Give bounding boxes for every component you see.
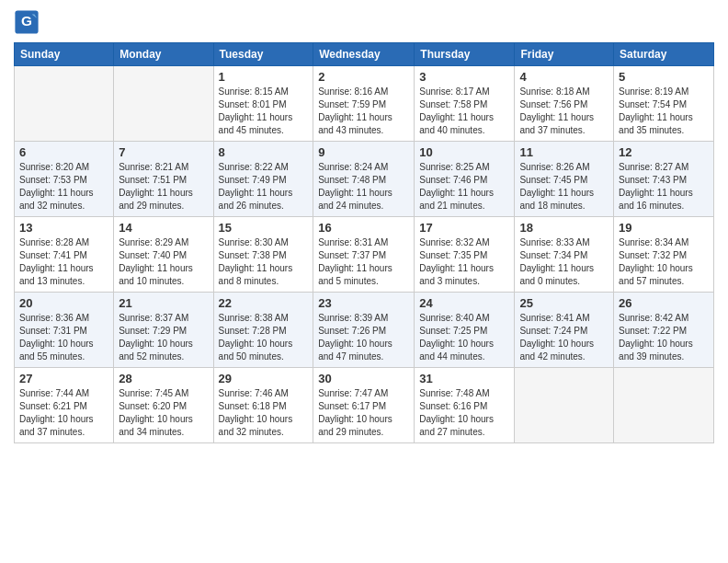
calendar-cell: 11Sunrise: 8:26 AMSunset: 7:45 PMDayligh… <box>515 142 614 217</box>
calendar-cell: 1Sunrise: 8:15 AMSunset: 8:01 PMDaylight… <box>213 66 313 142</box>
day-info: Sunrise: 8:34 AMSunset: 7:32 PMDaylight:… <box>619 236 709 288</box>
day-info: Sunrise: 7:44 AMSunset: 6:21 PMDaylight:… <box>19 387 108 439</box>
day-info: Sunrise: 8:33 AMSunset: 7:34 PMDaylight:… <box>519 236 609 288</box>
logo: G <box>14 9 43 35</box>
calendar-cell: 16Sunrise: 8:31 AMSunset: 7:37 PMDayligh… <box>313 217 415 293</box>
svg-text:G: G <box>21 13 32 29</box>
day-info: Sunrise: 7:48 AMSunset: 6:16 PMDaylight:… <box>419 387 509 439</box>
day-info: Sunrise: 8:24 AMSunset: 7:48 PMDaylight:… <box>318 161 409 213</box>
calendar-cell: 3Sunrise: 8:17 AMSunset: 7:58 PMDaylight… <box>415 66 515 142</box>
calendar-cell: 26Sunrise: 8:42 AMSunset: 7:22 PMDayligh… <box>614 293 714 368</box>
day-info: Sunrise: 8:41 AMSunset: 7:24 PMDaylight:… <box>519 312 609 363</box>
day-number: 30 <box>318 372 409 385</box>
week-row-2: 6Sunrise: 8:20 AMSunset: 7:53 PMDaylight… <box>15 142 714 217</box>
day-number: 9 <box>318 145 409 159</box>
calendar-cell <box>614 368 714 443</box>
day-header-tuesday: Tuesday <box>213 43 313 66</box>
calendar-cell: 15Sunrise: 8:30 AMSunset: 7:38 PMDayligh… <box>213 217 313 293</box>
day-header-monday: Monday <box>114 43 213 66</box>
day-info: Sunrise: 8:37 AMSunset: 7:29 PMDaylight:… <box>119 312 208 363</box>
day-info: Sunrise: 8:20 AMSunset: 7:53 PMDaylight:… <box>19 161 108 213</box>
day-number: 14 <box>119 221 208 235</box>
day-info: Sunrise: 8:15 AMSunset: 8:01 PMDaylight:… <box>219 86 309 137</box>
day-info: Sunrise: 7:47 AMSunset: 6:17 PMDaylight:… <box>318 387 409 439</box>
calendar-cell: 18Sunrise: 8:33 AMSunset: 7:34 PMDayligh… <box>515 217 614 293</box>
day-number: 22 <box>219 296 309 310</box>
calendar-cell: 22Sunrise: 8:38 AMSunset: 7:28 PMDayligh… <box>213 293 313 368</box>
header-row: SundayMondayTuesdayWednesdayThursdayFrid… <box>15 43 714 66</box>
day-header-sunday: Sunday <box>15 43 114 66</box>
day-number: 7 <box>119 145 208 159</box>
day-number: 15 <box>219 221 309 235</box>
calendar-cell: 31Sunrise: 7:48 AMSunset: 6:16 PMDayligh… <box>415 368 515 443</box>
calendar-cell: 24Sunrise: 8:40 AMSunset: 7:25 PMDayligh… <box>415 293 515 368</box>
day-number: 21 <box>119 296 208 310</box>
day-number: 6 <box>19 145 108 159</box>
calendar-cell: 21Sunrise: 8:37 AMSunset: 7:29 PMDayligh… <box>114 293 213 368</box>
calendar-cell: 30Sunrise: 7:47 AMSunset: 6:17 PMDayligh… <box>313 368 415 443</box>
calendar-cell: 17Sunrise: 8:32 AMSunset: 7:35 PMDayligh… <box>415 217 515 293</box>
day-info: Sunrise: 8:32 AMSunset: 7:35 PMDaylight:… <box>419 236 509 288</box>
day-number: 17 <box>419 221 509 235</box>
day-info: Sunrise: 8:22 AMSunset: 7:49 PMDaylight:… <box>219 161 309 213</box>
calendar-cell: 20Sunrise: 8:36 AMSunset: 7:31 PMDayligh… <box>15 293 114 368</box>
day-number: 1 <box>219 70 309 84</box>
week-row-4: 20Sunrise: 8:36 AMSunset: 7:31 PMDayligh… <box>15 293 714 368</box>
calendar-cell: 23Sunrise: 8:39 AMSunset: 7:26 PMDayligh… <box>313 293 415 368</box>
day-info: Sunrise: 8:25 AMSunset: 7:46 PMDaylight:… <box>419 161 509 213</box>
day-header-saturday: Saturday <box>614 43 714 66</box>
day-number: 3 <box>419 70 509 84</box>
day-info: Sunrise: 8:29 AMSunset: 7:40 PMDaylight:… <box>119 236 208 288</box>
calendar-cell: 27Sunrise: 7:44 AMSunset: 6:21 PMDayligh… <box>15 368 114 443</box>
day-number: 4 <box>519 70 609 84</box>
day-info: Sunrise: 8:40 AMSunset: 7:25 PMDaylight:… <box>419 312 509 363</box>
day-info: Sunrise: 8:28 AMSunset: 7:41 PMDaylight:… <box>19 236 108 288</box>
day-number: 16 <box>318 221 409 235</box>
day-number: 27 <box>19 372 108 385</box>
calendar-cell: 14Sunrise: 8:29 AMSunset: 7:40 PMDayligh… <box>114 217 213 293</box>
day-info: Sunrise: 8:26 AMSunset: 7:45 PMDaylight:… <box>519 161 609 213</box>
calendar-cell <box>515 368 614 443</box>
calendar-cell: 4Sunrise: 8:18 AMSunset: 7:56 PMDaylight… <box>515 66 614 142</box>
calendar-cell: 9Sunrise: 8:24 AMSunset: 7:48 PMDaylight… <box>313 142 415 217</box>
day-number: 23 <box>318 296 409 310</box>
day-info: Sunrise: 8:21 AMSunset: 7:51 PMDaylight:… <box>119 161 208 213</box>
calendar-cell: 5Sunrise: 8:19 AMSunset: 7:54 PMDaylight… <box>614 66 714 142</box>
day-info: Sunrise: 8:27 AMSunset: 7:43 PMDaylight:… <box>619 161 709 213</box>
calendar-cell: 25Sunrise: 8:41 AMSunset: 7:24 PMDayligh… <box>515 293 614 368</box>
header: G <box>14 9 714 35</box>
day-info: Sunrise: 8:31 AMSunset: 7:37 PMDaylight:… <box>318 236 409 288</box>
calendar-cell: 2Sunrise: 8:16 AMSunset: 7:59 PMDaylight… <box>313 66 415 142</box>
calendar-cell: 7Sunrise: 8:21 AMSunset: 7:51 PMDaylight… <box>114 142 213 217</box>
day-header-wednesday: Wednesday <box>313 43 415 66</box>
page: G SundayMondayTuesdayWednesdayThursdayFr… <box>0 0 728 453</box>
calendar-table: SundayMondayTuesdayWednesdayThursdayFrid… <box>14 42 714 443</box>
day-number: 28 <box>119 372 208 385</box>
day-number: 18 <box>519 221 609 235</box>
day-number: 24 <box>419 296 509 310</box>
day-number: 31 <box>419 372 509 385</box>
day-number: 19 <box>619 221 709 235</box>
calendar-cell: 13Sunrise: 8:28 AMSunset: 7:41 PMDayligh… <box>15 217 114 293</box>
day-number: 29 <box>219 372 309 385</box>
calendar-cell: 8Sunrise: 8:22 AMSunset: 7:49 PMDaylight… <box>213 142 313 217</box>
calendar-cell: 10Sunrise: 8:25 AMSunset: 7:46 PMDayligh… <box>415 142 515 217</box>
day-number: 8 <box>219 145 309 159</box>
day-info: Sunrise: 8:39 AMSunset: 7:26 PMDaylight:… <box>318 312 409 363</box>
calendar-cell <box>114 66 213 142</box>
week-row-5: 27Sunrise: 7:44 AMSunset: 6:21 PMDayligh… <box>15 368 714 443</box>
calendar-cell: 12Sunrise: 8:27 AMSunset: 7:43 PMDayligh… <box>614 142 714 217</box>
day-info: Sunrise: 8:16 AMSunset: 7:59 PMDaylight:… <box>318 86 409 137</box>
day-number: 2 <box>318 70 409 84</box>
day-number: 25 <box>519 296 609 310</box>
day-number: 26 <box>619 296 709 310</box>
calendar-cell: 28Sunrise: 7:45 AMSunset: 6:20 PMDayligh… <box>114 368 213 443</box>
day-info: Sunrise: 8:38 AMSunset: 7:28 PMDaylight:… <box>219 312 309 363</box>
day-info: Sunrise: 8:17 AMSunset: 7:58 PMDaylight:… <box>419 86 509 137</box>
day-info: Sunrise: 8:30 AMSunset: 7:38 PMDaylight:… <box>219 236 309 288</box>
calendar-cell: 29Sunrise: 7:46 AMSunset: 6:18 PMDayligh… <box>213 368 313 443</box>
day-info: Sunrise: 8:19 AMSunset: 7:54 PMDaylight:… <box>619 86 709 137</box>
day-number: 5 <box>619 70 709 84</box>
day-info: Sunrise: 8:42 AMSunset: 7:22 PMDaylight:… <box>619 312 709 363</box>
day-info: Sunrise: 8:18 AMSunset: 7:56 PMDaylight:… <box>519 86 609 137</box>
